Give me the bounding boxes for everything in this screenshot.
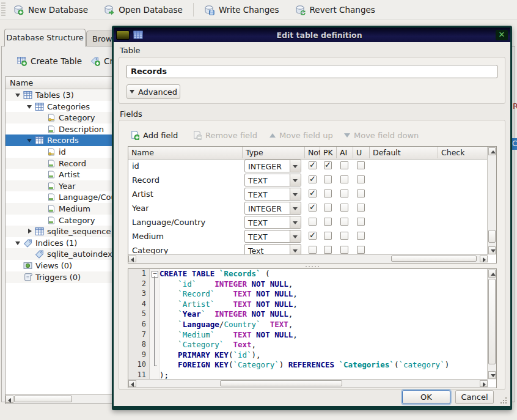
check-cell[interactable] (438, 243, 488, 255)
tree-item-category[interactable]: Category (6, 215, 114, 226)
pk-checkbox[interactable] (324, 175, 332, 183)
pk-checkbox[interactable] (324, 246, 332, 254)
default-cell[interactable] (370, 187, 438, 201)
u-checkbox[interactable] (357, 161, 365, 169)
u-checkbox[interactable] (357, 175, 365, 183)
not-checkbox[interactable] (309, 246, 317, 254)
check-cell[interactable] (438, 187, 488, 201)
not-checkbox[interactable] (309, 218, 317, 226)
field-row-medium[interactable]: MediumTEXT (128, 229, 488, 243)
field-name-cell[interactable]: Category (128, 243, 243, 255)
tree-item-language-cou[interactable]: Language/Cou (6, 191, 114, 203)
tree-item-records[interactable]: Records (6, 134, 114, 146)
ai-checkbox[interactable] (340, 218, 348, 226)
default-cell[interactable] (370, 159, 438, 173)
check-cell[interactable] (438, 159, 488, 173)
revert-changes-button[interactable]: Revert Changes (287, 0, 383, 20)
type-select[interactable]: TEXT (244, 188, 301, 201)
ai-checkbox[interactable] (340, 246, 348, 254)
type-select[interactable]: TEXT (244, 216, 301, 229)
field-name-cell[interactable]: Year (128, 201, 243, 215)
field-name-cell[interactable]: Record (128, 173, 243, 187)
field-row-record[interactable]: RecordTEXT (128, 173, 488, 187)
pk-checkbox[interactable] (324, 218, 332, 226)
tree-item-sqlite-autoindex[interactable]: sqlite_autoindex_ (6, 248, 114, 260)
not-checkbox[interactable] (309, 204, 317, 212)
remove-field-button[interactable]: Remove field (193, 130, 257, 141)
tree-item-tables-3[interactable]: Tables (3) (6, 89, 114, 101)
toolbar-drag-handle[interactable] (1, 2, 6, 17)
move-field-up-button[interactable]: Move field up (270, 130, 333, 141)
tree-item-description[interactable]: Description (6, 123, 114, 135)
sql-code-text[interactable]: CREATE TABLE `Records` ( `id` INTEGER NO… (160, 269, 488, 380)
fields-horizontal-scrollbar[interactable] (128, 254, 488, 263)
combo-dropdown-icon[interactable] (290, 188, 301, 200)
type-select[interactable]: Text (244, 244, 301, 255)
field-name-cell[interactable]: Artist (128, 187, 243, 201)
type-select[interactable]: INTEGER (244, 202, 301, 215)
check-cell[interactable] (438, 215, 488, 229)
column-header-name[interactable]: Name (128, 147, 243, 158)
expand-arrow-icon[interactable] (15, 92, 21, 98)
column-header-u[interactable]: U (353, 147, 370, 158)
column-header-pk[interactable]: PK (320, 147, 337, 158)
ok-button[interactable]: OK (402, 390, 450, 404)
tree-item-artist[interactable]: Artist (6, 169, 114, 180)
resize-grip[interactable] (500, 397, 507, 404)
u-checkbox[interactable] (357, 246, 365, 254)
tab-database-structure[interactable]: Database Structure (4, 29, 86, 46)
sql-fold-margin[interactable]: − (150, 269, 160, 380)
combo-dropdown-icon[interactable] (290, 245, 301, 255)
collapse-arrow-icon[interactable] (27, 229, 32, 234)
field-row-id[interactable]: idINTEGER (128, 159, 488, 173)
pk-checkbox[interactable] (324, 161, 332, 169)
fold-collapse-icon[interactable]: − (152, 271, 158, 278)
ai-checkbox[interactable] (340, 204, 348, 212)
field-row-language-country[interactable]: Language/CountryTEXT (128, 215, 488, 229)
pk-checkbox[interactable] (324, 232, 332, 240)
pk-checkbox[interactable] (324, 190, 332, 197)
not-checkbox[interactable] (309, 175, 317, 183)
combo-dropdown-icon[interactable] (290, 202, 301, 214)
fields-vertical-scrollbar[interactable] (487, 147, 496, 255)
column-header-default[interactable]: Default (370, 147, 438, 158)
tree-item-triggers-0[interactable]: Triggers (0) (6, 271, 114, 283)
type-select[interactable]: INTEGER (244, 160, 301, 172)
check-cell[interactable] (438, 173, 488, 187)
default-cell[interactable] (370, 229, 438, 243)
tree-item-category[interactable]: Category (6, 112, 114, 123)
expand-arrow-icon[interactable] (27, 138, 32, 143)
default-cell[interactable] (370, 173, 438, 187)
not-checkbox[interactable] (309, 161, 317, 169)
not-checkbox[interactable] (309, 232, 317, 240)
write-changes-button[interactable]: Write Changes (196, 0, 287, 20)
type-select[interactable]: TEXT (244, 230, 301, 243)
sql-preview-editor[interactable]: 1234567891011 − CREATE TABLE `Records` (… (128, 268, 497, 388)
advanced-button[interactable]: Advanced (127, 84, 180, 99)
column-header-type[interactable]: Type (243, 147, 305, 158)
not-checkbox[interactable] (309, 190, 317, 197)
u-checkbox[interactable] (357, 204, 365, 212)
combo-dropdown-icon[interactable] (290, 174, 301, 186)
default-cell[interactable] (370, 201, 438, 215)
tree-item-views-0[interactable]: Views (0) (6, 260, 114, 271)
default-cell[interactable] (370, 215, 438, 229)
type-select[interactable]: TEXT (244, 174, 301, 186)
ai-checkbox[interactable] (340, 190, 348, 197)
field-name-cell[interactable]: Language/Country (128, 215, 243, 229)
field-name-cell[interactable]: id (128, 159, 243, 173)
cancel-button[interactable]: Cancel (455, 390, 494, 404)
tree-item-indices-1[interactable]: Indices (1) (6, 237, 114, 249)
field-name-cell[interactable]: Medium (128, 229, 243, 243)
tree-item-id[interactable]: id (6, 146, 114, 158)
column-header-ai[interactable]: AI (337, 147, 353, 158)
create-table-button[interactable]: Create Table (17, 56, 82, 66)
combo-dropdown-icon[interactable] (290, 160, 301, 172)
ai-checkbox[interactable] (340, 161, 348, 169)
table-name-input[interactable]: Records (127, 65, 497, 78)
tree-column-header-name[interactable]: Name (6, 77, 114, 89)
ai-checkbox[interactable] (340, 175, 348, 183)
u-checkbox[interactable] (357, 218, 365, 226)
field-row-category[interactable]: CategoryText (128, 243, 488, 255)
tree-item-record[interactable]: Record (6, 158, 114, 169)
